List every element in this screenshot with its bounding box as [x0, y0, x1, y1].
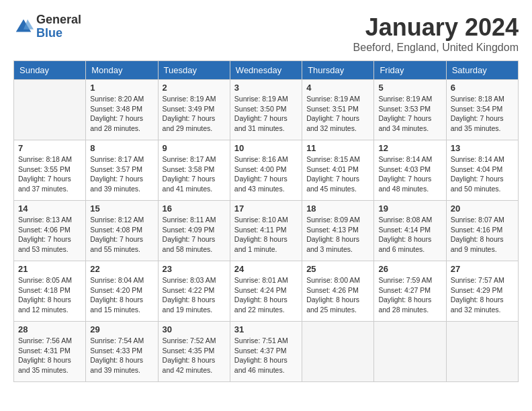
calendar-cell — [446, 322, 518, 382]
calendar-cell: 17Sunrise: 8:10 AMSunset: 4:11 PMDayligh… — [230, 201, 302, 261]
calendar-cell: 20Sunrise: 8:07 AMSunset: 4:16 PMDayligh… — [446, 201, 518, 261]
calendar-cell: 4Sunrise: 8:19 AMSunset: 3:51 PMDaylight… — [302, 80, 374, 140]
day-info: Sunrise: 8:17 AMSunset: 3:57 PMDaylight:… — [90, 154, 153, 194]
calendar-cell: 26Sunrise: 7:59 AMSunset: 4:27 PMDayligh… — [374, 261, 446, 322]
week-row-1: 1Sunrise: 8:20 AMSunset: 3:48 PMDaylight… — [14, 80, 519, 140]
calendar-cell: 30Sunrise: 7:52 AMSunset: 4:35 PMDayligh… — [158, 322, 230, 382]
day-number: 14 — [18, 203, 81, 214]
calendar-cell: 14Sunrise: 8:13 AMSunset: 4:06 PMDayligh… — [14, 201, 86, 261]
calendar-cell: 19Sunrise: 8:08 AMSunset: 4:14 PMDayligh… — [374, 201, 446, 261]
week-row-5: 28Sunrise: 7:56 AMSunset: 4:31 PMDayligh… — [14, 322, 519, 382]
day-info: Sunrise: 8:14 AMSunset: 4:04 PMDaylight:… — [451, 154, 514, 194]
day-info: Sunrise: 8:15 AMSunset: 4:01 PMDaylight:… — [306, 154, 369, 194]
calendar-cell: 8Sunrise: 8:17 AMSunset: 3:57 PMDaylight… — [86, 140, 158, 201]
day-number: 7 — [18, 143, 81, 153]
day-number: 26 — [378, 264, 441, 274]
col-header-friday: Friday — [374, 61, 446, 80]
calendar-cell: 6Sunrise: 8:18 AMSunset: 3:54 PMDaylight… — [446, 80, 518, 140]
calendar-cell: 1Sunrise: 8:20 AMSunset: 3:48 PMDaylight… — [86, 80, 158, 140]
col-header-wednesday: Wednesday — [230, 61, 302, 80]
calendar-cell: 31Sunrise: 7:51 AMSunset: 4:37 PMDayligh… — [230, 322, 302, 382]
day-number: 17 — [234, 203, 298, 214]
calendar-cell: 29Sunrise: 7:54 AMSunset: 4:33 PMDayligh… — [86, 322, 158, 382]
week-row-4: 21Sunrise: 8:05 AMSunset: 4:18 PMDayligh… — [14, 261, 519, 322]
day-number: 10 — [234, 143, 298, 153]
day-info: Sunrise: 7:51 AMSunset: 4:37 PMDaylight:… — [234, 336, 298, 375]
day-info: Sunrise: 8:00 AMSunset: 4:26 PMDaylight:… — [306, 275, 369, 315]
calendar-cell: 2Sunrise: 8:19 AMSunset: 3:49 PMDaylight… — [158, 80, 230, 140]
day-number: 22 — [90, 264, 153, 274]
col-header-tuesday: Tuesday — [158, 61, 230, 80]
day-info: Sunrise: 7:56 AMSunset: 4:31 PMDaylight:… — [18, 336, 81, 375]
day-info: Sunrise: 8:09 AMSunset: 4:13 PMDaylight:… — [306, 215, 369, 255]
day-number: 27 — [451, 264, 514, 274]
location-subtitle: Beeford, England, United Kingdom — [353, 42, 519, 54]
day-info: Sunrise: 8:03 AMSunset: 4:22 PMDaylight:… — [163, 275, 226, 315]
day-number: 29 — [90, 324, 153, 334]
calendar-cell: 21Sunrise: 8:05 AMSunset: 4:18 PMDayligh… — [14, 261, 86, 322]
col-header-monday: Monday — [86, 61, 158, 80]
day-number: 1 — [90, 83, 153, 93]
day-info: Sunrise: 8:14 AMSunset: 4:03 PMDaylight:… — [378, 154, 441, 194]
day-number: 16 — [163, 203, 226, 214]
day-info: Sunrise: 8:18 AMSunset: 3:55 PMDaylight:… — [18, 154, 81, 194]
calendar-cell: 15Sunrise: 8:12 AMSunset: 4:08 PMDayligh… — [86, 201, 158, 261]
day-number: 12 — [378, 143, 441, 153]
calendar-cell: 11Sunrise: 8:15 AMSunset: 4:01 PMDayligh… — [302, 140, 374, 201]
calendar-cell: 12Sunrise: 8:14 AMSunset: 4:03 PMDayligh… — [374, 140, 446, 201]
title-area: January 2024 Beeford, England, United Ki… — [353, 13, 519, 54]
day-info: Sunrise: 8:04 AMSunset: 4:20 PMDaylight:… — [90, 275, 153, 315]
day-number: 15 — [90, 203, 153, 214]
calendar-cell — [302, 322, 374, 382]
day-info: Sunrise: 8:19 AMSunset: 3:50 PMDaylight:… — [234, 94, 298, 134]
day-number: 11 — [306, 143, 369, 153]
day-info: Sunrise: 8:16 AMSunset: 4:00 PMDaylight:… — [234, 154, 298, 194]
calendar-cell: 10Sunrise: 8:16 AMSunset: 4:00 PMDayligh… — [230, 140, 302, 201]
day-number: 31 — [234, 324, 298, 334]
day-number: 13 — [451, 143, 514, 153]
day-number: 3 — [234, 83, 298, 93]
col-header-thursday: Thursday — [302, 61, 374, 80]
calendar-cell: 18Sunrise: 8:09 AMSunset: 4:13 PMDayligh… — [302, 201, 374, 261]
day-number: 2 — [163, 83, 226, 93]
calendar-cell: 24Sunrise: 8:01 AMSunset: 4:24 PMDayligh… — [230, 261, 302, 322]
day-number: 21 — [18, 264, 81, 274]
day-info: Sunrise: 8:01 AMSunset: 4:24 PMDaylight:… — [234, 275, 298, 315]
day-number: 4 — [306, 83, 369, 93]
calendar-cell — [14, 80, 86, 140]
day-number: 30 — [163, 324, 226, 334]
day-info: Sunrise: 7:54 AMSunset: 4:33 PMDaylight:… — [90, 336, 153, 375]
calendar-cell: 3Sunrise: 8:19 AMSunset: 3:50 PMDaylight… — [230, 80, 302, 140]
logo-general-text: General — [36, 13, 81, 27]
calendar-cell: 25Sunrise: 8:00 AMSunset: 4:26 PMDayligh… — [302, 261, 374, 322]
day-number: 8 — [90, 143, 153, 153]
logo-blue-text: Blue — [36, 27, 81, 40]
col-header-sunday: Sunday — [14, 61, 86, 80]
calendar-header-row: SundayMondayTuesdayWednesdayThursdayFrid… — [14, 61, 519, 80]
logo: General Blue — [13, 13, 81, 40]
day-info: Sunrise: 7:59 AMSunset: 4:27 PMDaylight:… — [378, 275, 441, 315]
logo-icon — [13, 17, 34, 37]
day-info: Sunrise: 8:10 AMSunset: 4:11 PMDaylight:… — [234, 215, 298, 255]
month-title: January 2024 — [353, 13, 519, 42]
day-number: 23 — [163, 264, 226, 274]
calendar-cell: 7Sunrise: 8:18 AMSunset: 3:55 PMDaylight… — [14, 140, 86, 201]
day-number: 18 — [306, 203, 369, 214]
day-info: Sunrise: 8:17 AMSunset: 3:58 PMDaylight:… — [163, 154, 226, 194]
col-header-saturday: Saturday — [446, 61, 518, 80]
day-number: 24 — [234, 264, 298, 274]
day-info: Sunrise: 8:07 AMSunset: 4:16 PMDaylight:… — [451, 215, 514, 255]
day-info: Sunrise: 8:05 AMSunset: 4:18 PMDaylight:… — [18, 275, 81, 315]
day-info: Sunrise: 8:19 AMSunset: 3:53 PMDaylight:… — [378, 94, 441, 134]
calendar-cell: 9Sunrise: 8:17 AMSunset: 3:58 PMDaylight… — [158, 140, 230, 201]
calendar-cell: 27Sunrise: 7:57 AMSunset: 4:29 PMDayligh… — [446, 261, 518, 322]
day-number: 20 — [451, 203, 514, 214]
day-info: Sunrise: 7:57 AMSunset: 4:29 PMDaylight:… — [451, 275, 514, 315]
day-info: Sunrise: 8:11 AMSunset: 4:09 PMDaylight:… — [163, 215, 226, 255]
calendar-cell — [374, 322, 446, 382]
day-info: Sunrise: 8:13 AMSunset: 4:06 PMDaylight:… — [18, 215, 81, 255]
day-number: 28 — [18, 324, 81, 334]
calendar-cell: 22Sunrise: 8:04 AMSunset: 4:20 PMDayligh… — [86, 261, 158, 322]
page-header: General Blue January 2024 Beeford, Engla… — [13, 13, 519, 54]
day-number: 6 — [451, 83, 514, 93]
